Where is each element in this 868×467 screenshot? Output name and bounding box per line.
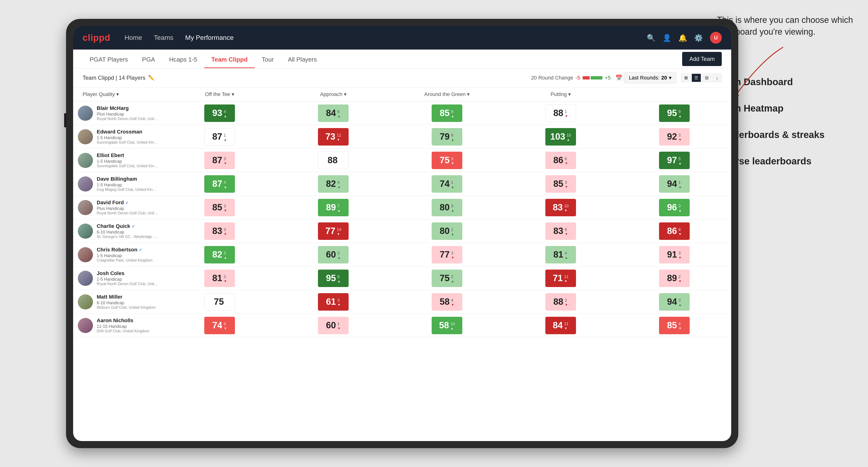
last-rounds-button[interactable]: Last Rounds: 20 ▾ <box>624 72 677 84</box>
dropdown-icon: ▾ <box>669 75 672 81</box>
score-change-9-1: 1▼ <box>337 322 341 330</box>
player-info-2[interactable]: Elliot Ebert 1-5 Handicap Sunningdale Go… <box>73 149 163 172</box>
score-box-7-4: 89 2▼ <box>659 270 690 287</box>
score-box-8-3: 88 2▼ <box>545 293 576 311</box>
player-info-6[interactable]: Chris Robertson ✓ 1-5 Handicap Craigmill… <box>73 243 163 266</box>
col-off-tee[interactable]: Off the Tee ▾ <box>163 88 276 101</box>
score-box-0-3: 88 1▼ <box>545 104 576 122</box>
bell-icon[interactable]: 🔔 <box>678 34 687 42</box>
score-value-9-0: 74 <box>212 320 222 331</box>
nav-my-performance[interactable]: My Performance <box>185 34 234 41</box>
score-cell-5-3: 83 6▼ <box>504 219 618 243</box>
player-row[interactable]: Blair McHarg Plus Handicap Royal North D… <box>73 101 731 125</box>
player-row[interactable]: Matt Miller 6-10 Handicap Woburn Golf Cl… <box>73 290 731 314</box>
score-change-1-4: 3▼ <box>678 133 682 142</box>
player-info-8[interactable]: Matt Miller 6-10 Handicap Woburn Golf Cl… <box>73 290 163 313</box>
score-cell-6-2: 77 3▼ <box>390 243 504 266</box>
score-cell-3-4: 94 1▲ <box>618 172 731 195</box>
score-value-5-0: 83 <box>212 226 222 236</box>
score-value-8-3: 88 <box>553 297 563 307</box>
player-club-8: Woburn Golf Club, United Kingdom <box>97 305 158 310</box>
player-info-7[interactable]: Josh Coles 1-5 Handicap Royal North Devo… <box>73 267 163 290</box>
score-box-2-2: 75 3▼ <box>432 152 462 169</box>
tab-tour[interactable]: Tour <box>255 50 281 68</box>
view-grid-btn[interactable]: ⊞ <box>681 73 691 82</box>
score-value-0-1: 84 <box>326 108 336 118</box>
tab-pgat-players[interactable]: PGAT Players <box>83 50 135 68</box>
player-details-6: Chris Robertson ✓ 1-5 Handicap Craigmill… <box>97 247 158 262</box>
score-value-1-2: 79 <box>440 132 450 142</box>
player-row[interactable]: Chris Robertson ✓ 1-5 Handicap Craigmill… <box>73 243 731 267</box>
score-change-3-4: 1▲ <box>678 180 682 189</box>
player-handicap-0: Plus Handicap <box>97 112 158 117</box>
col-putting[interactable]: Putting ▾ <box>504 88 618 101</box>
score-cell-6-3: 81 4▲ <box>504 243 618 266</box>
tab-hcaps[interactable]: Hcaps 1-5 <box>162 50 204 68</box>
score-cell-2-1: 88 <box>276 149 390 172</box>
score-change-9-2: 10▲ <box>451 322 455 330</box>
score-cell-5-1: 77 14▼ <box>276 219 390 243</box>
search-icon[interactable]: 🔍 <box>647 34 655 42</box>
score-box-7-1: 95 8▲ <box>318 270 349 287</box>
player-row[interactable]: David Ford ✓ Plus Handicap Royal North D… <box>73 196 731 219</box>
tab-team-clippd[interactable]: Team Clippd <box>204 50 255 68</box>
player-club-7: Royal North Devon Golf Club, United King… <box>97 282 158 286</box>
player-row[interactable]: Edward Crossman 1-5 Handicap Sunningdale… <box>73 125 731 149</box>
tab-pga[interactable]: PGA <box>135 50 162 68</box>
score-change-6-2: 3▼ <box>451 251 454 259</box>
score-box-2-1: 88 <box>318 152 349 169</box>
user-icon[interactable]: 👤 <box>662 34 671 42</box>
score-value-7-4: 89 <box>667 273 677 283</box>
view-toggle: ⊞ ☰ ⊟ ↓ <box>681 73 722 82</box>
col-approach[interactable]: Approach ▾ <box>276 88 390 101</box>
col-around-green[interactable]: Around the Green ▾ <box>390 88 504 101</box>
player-row[interactable]: Dave Billingham 1-5 Handicap Gog Magog G… <box>73 172 731 196</box>
tab-all-players[interactable]: All Players <box>281 50 324 68</box>
score-box-2-3: 86 6▼ <box>545 152 576 169</box>
add-team-button[interactable]: Add Team <box>682 52 722 66</box>
player-club-0: Royal North Devon Golf Club, United King… <box>97 117 158 121</box>
col-player-quality[interactable]: Player Quality ▾ <box>73 88 163 101</box>
score-box-1-3: 103 15▲ <box>545 128 576 146</box>
settings-icon[interactable]: ⚙️ <box>694 34 703 42</box>
app-logo[interactable]: clippd <box>83 33 111 43</box>
bar-red <box>583 76 590 80</box>
view-list-btn[interactable]: ☰ <box>691 73 701 82</box>
player-info-4[interactable]: David Ford ✓ Plus Handicap Royal North D… <box>73 196 163 219</box>
player-info-1[interactable]: Edward Crossman 1-5 Handicap Sunningdale… <box>73 125 163 148</box>
player-club-6: Craigmillar Park, United Kingdom <box>97 258 158 262</box>
player-info-3[interactable]: Dave Billingham 1-5 Handicap Gog Magog G… <box>73 172 163 195</box>
score-change-0-0: 4▲ <box>224 110 227 118</box>
score-box-6-1: 60 2▲ <box>318 246 349 263</box>
score-cell-9-1: 60 1▼ <box>276 314 390 337</box>
score-value-8-4: 94 <box>667 297 677 307</box>
player-name-4: David Ford ✓ <box>97 199 158 206</box>
user-avatar[interactable]: U <box>710 32 722 44</box>
nav-home[interactable]: Home <box>125 34 142 41</box>
view-table-btn[interactable]: ⊟ <box>702 73 711 82</box>
score-change-7-4: 2▼ <box>678 275 682 283</box>
player-row[interactable]: Josh Coles 1-5 Handicap Royal North Devo… <box>73 267 731 290</box>
view-export-btn[interactable]: ↓ <box>712 73 722 82</box>
score-cell-8-4: 94 3▲ <box>618 290 731 313</box>
verified-icon: ✓ <box>139 248 142 252</box>
player-handicap-7: 1-5 Handicap <box>97 277 158 282</box>
score-change-4-1: 7▲ <box>337 204 341 212</box>
player-info-9[interactable]: Aaron Nicholls 11-15 Handicap Drift Golf… <box>73 314 163 337</box>
player-row[interactable]: Aaron Nicholls 11-15 Handicap Drift Golf… <box>73 314 731 337</box>
player-row[interactable]: Elliot Ebert 1-5 Handicap Sunningdale Go… <box>73 149 731 172</box>
player-rows-container: Blair McHarg Plus Handicap Royal North D… <box>73 101 731 337</box>
score-value-6-0: 82 <box>212 250 222 260</box>
player-club-3: Gog Magog Golf Club, United Kingdom <box>97 187 158 192</box>
player-info-5[interactable]: Charlie Quick ✓ 6-10 Handicap St. George… <box>73 219 163 243</box>
score-box-0-1: 84 6▲ <box>318 104 349 122</box>
player-avatar-2 <box>78 153 93 168</box>
player-row[interactable]: Charlie Quick ✓ 6-10 Handicap St. George… <box>73 219 731 243</box>
score-cell-9-0: 74 8▼ <box>163 314 276 337</box>
edit-team-icon[interactable]: ✏️ <box>148 75 154 81</box>
score-cell-7-4: 89 2▼ <box>618 267 731 290</box>
nav-teams[interactable]: Teams <box>154 34 173 41</box>
player-info-0[interactable]: Blair McHarg Plus Handicap Royal North D… <box>73 101 163 125</box>
score-change-7-1: 8▲ <box>337 275 341 283</box>
score-cell-1-3: 103 15▲ <box>504 125 618 148</box>
